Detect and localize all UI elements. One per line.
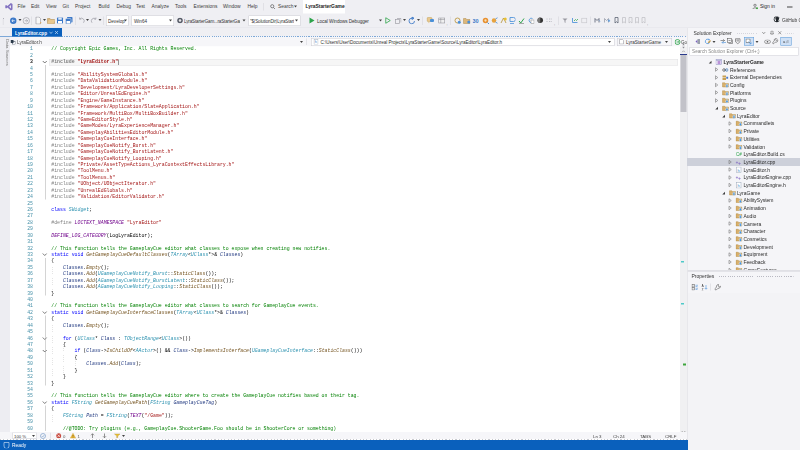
svg-text:+: + (738, 160, 741, 166)
svg-text:Z: Z (702, 288, 704, 291)
svg-text:h: h (315, 40, 317, 44)
svg-text:30: 30 (473, 18, 479, 24)
svg-text:C#: C# (736, 152, 742, 157)
svg-text:+: + (738, 175, 741, 181)
svg-text:h: h (738, 183, 740, 188)
svg-text:h: h (738, 167, 740, 172)
